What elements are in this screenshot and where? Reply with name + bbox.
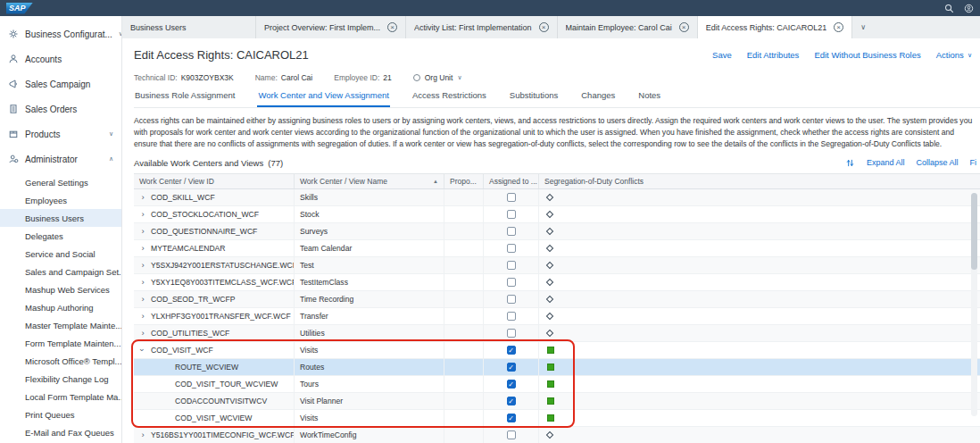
- sidebar-subitem[interactable]: Business Users: [0, 209, 121, 227]
- table-row[interactable]: COD_STOCKLOCATION_WCF Stock: [134, 206, 980, 223]
- sidebar-subitem[interactable]: Service and Social: [0, 245, 121, 263]
- assigned-checkbox[interactable]: [507, 430, 516, 439]
- assigned-checkbox[interactable]: [507, 346, 516, 355]
- sidebar-subitem[interactable]: Delegates: [0, 227, 121, 245]
- sidebar-subitem[interactable]: E-Mail and Fax Queues: [0, 423, 121, 441]
- expander-icon[interactable]: [139, 193, 146, 202]
- assigned-checkbox[interactable]: [507, 380, 516, 389]
- assigned-checkbox[interactable]: [507, 329, 516, 338]
- sidebar-item[interactable]: Accounts: [0, 46, 121, 71]
- tab-overflow-chevron-icon[interactable]: ∨: [852, 16, 874, 38]
- assigned-checkbox[interactable]: [507, 414, 516, 422]
- expander-icon[interactable]: [139, 295, 146, 304]
- assigned-checkbox[interactable]: [507, 312, 516, 321]
- column-header[interactable]: Assigned to ...: [484, 174, 539, 188]
- search-icon[interactable]: [944, 4, 954, 13]
- assigned-checkbox[interactable]: [507, 363, 516, 372]
- expander-icon[interactable]: [139, 346, 146, 355]
- tab[interactable]: Maintain Employee: Carol Cai ×: [558, 16, 698, 38]
- work-center-view-name: WorkTimeConfig: [295, 427, 444, 443]
- sidebar-item[interactable]: Sales Campaign: [0, 71, 121, 96]
- sidebar-subitem[interactable]: Employees: [0, 191, 121, 209]
- expander-icon[interactable]: [139, 312, 146, 321]
- table-row[interactable]: COD_VISIT_TOUR_WCVIEW Tours: [134, 376, 980, 393]
- sort-icon[interactable]: [845, 158, 855, 168]
- tab[interactable]: Project Overview: First Implem... ×: [256, 16, 406, 38]
- header-action-button[interactable]: Edit Attributes ∨: [747, 50, 800, 60]
- assigned-checkbox[interactable]: [507, 210, 516, 219]
- tab[interactable]: Activity List: First Implementation ×: [406, 16, 558, 38]
- subtab[interactable]: Work Center and View Assignment: [257, 90, 389, 107]
- sidebar-subitem[interactable]: Mashup Web Services: [0, 280, 121, 298]
- sidebar-subitem[interactable]: General Settings: [0, 173, 121, 191]
- expander-icon[interactable]: [139, 278, 146, 287]
- expander-icon[interactable]: [139, 329, 146, 338]
- subtab[interactable]: Notes: [637, 90, 661, 107]
- table-toolbar-link[interactable]: Fi: [970, 158, 977, 167]
- sidebar-subitem[interactable]: Local Form Template Ma...: [0, 388, 121, 405]
- assigned-checkbox[interactable]: [507, 244, 516, 253]
- expander-icon[interactable]: [139, 210, 146, 219]
- assigned-checkbox[interactable]: [507, 261, 516, 270]
- column-header[interactable]: Propo...: [444, 174, 484, 188]
- table-row[interactable]: MYTEAMCALENDAR Team Calendar: [134, 240, 980, 257]
- sidebar-item[interactable]: Administrator: [0, 146, 121, 171]
- assigned-checkbox[interactable]: [507, 295, 516, 304]
- table-row[interactable]: COD_SEOD_TR_WCFP Time Recording: [134, 291, 980, 308]
- sidebar-subitem[interactable]: Master Template Mainte...: [0, 316, 121, 334]
- sidebar-subitem[interactable]: Print Queues: [0, 405, 121, 423]
- subtab[interactable]: Business Role Assignment: [134, 90, 236, 107]
- meta-value: Carol Cai: [281, 73, 312, 82]
- sidebar-subitem[interactable]: Flexibility Change Log: [0, 370, 121, 388]
- column-header[interactable]: Segregation-of-Duty Conflicts: [539, 174, 980, 188]
- table-row[interactable]: Y5SXJ942Y001ERSTATUSCHANGE.WCF Test: [134, 257, 980, 274]
- table-row[interactable]: COD_VISIT_WCVIEW Visits: [134, 410, 980, 427]
- sidebar-subitem[interactable]: Microsoft Office® Templ...: [0, 352, 121, 370]
- close-icon[interactable]: ×: [834, 22, 843, 32]
- org-unit-dropdown[interactable]: Org Unit ∨: [413, 73, 462, 82]
- sidebar-item[interactable]: Sales Orders: [0, 96, 121, 121]
- column-header[interactable]: Work Center / View ID: [134, 174, 295, 188]
- profile-icon[interactable]: [964, 4, 974, 13]
- expander-icon[interactable]: [139, 261, 146, 270]
- table-row[interactable]: COD_UTILITIES_WCF Utilities: [134, 325, 980, 342]
- subtab[interactable]: Changes: [580, 90, 616, 107]
- tab[interactable]: Business Users ×: [122, 16, 256, 38]
- tab-label: Project Overview: First Implem...: [264, 23, 380, 32]
- tab[interactable]: Edit Access Rights: CAICAROL21 ×: [698, 16, 853, 38]
- assigned-checkbox[interactable]: [507, 397, 516, 405]
- table-toolbar-link[interactable]: Expand All: [867, 158, 905, 167]
- table-row[interactable]: COD_VISIT_WCF Visits: [134, 342, 980, 359]
- assigned-checkbox[interactable]: [507, 278, 516, 287]
- expander-icon[interactable]: [139, 227, 146, 236]
- header-action-button[interactable]: Actions ∨: [936, 50, 972, 60]
- header-action-button[interactable]: Edit Without Business Roles ∨: [814, 50, 920, 60]
- sidebar-item[interactable]: Business Configurat...: [0, 21, 121, 46]
- assigned-checkbox[interactable]: [507, 227, 516, 236]
- table-toolbar-actions: Expand AllCollapse AllFi: [845, 158, 976, 168]
- table-row[interactable]: ROUTE_WCVIEW Routes: [134, 359, 980, 376]
- sidebar-item[interactable]: Products: [0, 121, 121, 146]
- table-row[interactable]: CODACCOUNTVISITWCV Visit Planner: [134, 393, 980, 410]
- subtab[interactable]: Substitutions: [509, 90, 559, 107]
- close-icon[interactable]: ×: [539, 22, 549, 32]
- table-toolbar-link[interactable]: Collapse All: [916, 158, 958, 167]
- expander-icon[interactable]: [139, 430, 146, 439]
- assigned-checkbox[interactable]: [507, 193, 516, 202]
- close-icon[interactable]: ×: [387, 22, 397, 32]
- header-action-button[interactable]: Save ∨: [712, 50, 732, 60]
- column-header[interactable]: Work Center / View Name: [295, 174, 444, 188]
- sidebar-subitem[interactable]: Sales and Campaign Set...: [0, 263, 121, 280]
- expander-icon[interactable]: [139, 244, 146, 253]
- table-row[interactable]: COD_SKILL_WCF Skills: [134, 189, 980, 206]
- table-row[interactable]: Y5XY1EQ8Y003TITEMCLASS_WCF.WCF TestItemC…: [134, 274, 980, 291]
- subtab[interactable]: Access Restrictions: [411, 90, 487, 107]
- table-row[interactable]: YLXHPF3GY001TRANSFER_WCF.WCF Transfer: [134, 308, 980, 325]
- table-scrollbar[interactable]: [971, 193, 977, 416]
- sidebar-subitem[interactable]: Form Template Mainten...: [0, 334, 121, 352]
- table-row[interactable]: Y516BS1YY001TIMECONFIG_WCF.WCF WorkTimeC…: [134, 427, 980, 443]
- table-row[interactable]: COD_QUESTIONNAIRE_WCF Surveys: [134, 223, 980, 240]
- sidebar-subitem[interactable]: Mashup Authoring: [0, 298, 121, 316]
- scrollbar-thumb[interactable]: [971, 193, 977, 270]
- close-icon[interactable]: ×: [679, 22, 689, 32]
